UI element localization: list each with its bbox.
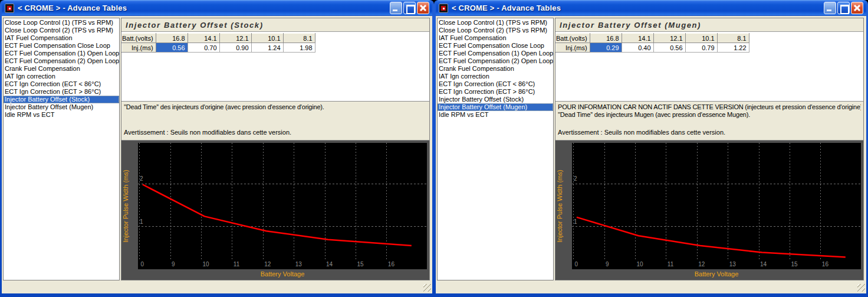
maximize-button[interactable] (403, 2, 416, 14)
minimize-button[interactable] (824, 2, 836, 14)
sidebar-item[interactable]: ECT Fuel Compensation (1) Open Loop (4, 50, 119, 57)
table-row: Batt.(volts)16.814.112.110.18.1 (122, 34, 315, 43)
sidebar-item[interactable]: ECT Fuel Compensation (2) Open Loop (4, 57, 119, 65)
x-tick-label: 0 (575, 261, 578, 267)
sidebar-item[interactable]: Close Loop Control (1) (TPS vs RPM) (438, 19, 553, 27)
x-axis-label: Battery Voltage (261, 270, 305, 278)
panel: Injector Battery Offset (Stock) Batt.(vo… (121, 18, 430, 280)
sidebar-item[interactable]: ECT Fuel Compensation (2) Open Loop (438, 57, 553, 65)
inj-cell[interactable]: 0.29 (590, 43, 622, 53)
minimize-button[interactable] (390, 2, 402, 14)
sidebar-item[interactable]: ECT Fuel Compensation Close Loop (4, 42, 119, 50)
x-axis-label: Battery Voltage (695, 270, 739, 278)
sidebar-item[interactable]: IAT Ign correction (438, 73, 553, 80)
sidebar-item[interactable]: Injector Battery Offset (Stock) (438, 96, 553, 103)
sidebar-item[interactable]: Close Loop Control (2) (TPS vs RPM) (4, 27, 119, 34)
x-tick-label: 9 (606, 261, 609, 267)
inj-cell[interactable]: 0.90 (219, 43, 251, 53)
statusbar (3, 283, 431, 292)
batt-cell: 14.1 (188, 34, 219, 43)
sidebar-listbox[interactable]: Close Loop Control (1) (TPS vs RPM)Close… (3, 18, 120, 280)
value-table: Batt.(volts)16.814.112.110.18.1Inj.(ms)0… (555, 33, 749, 53)
inj-cell[interactable]: 0.40 (622, 43, 653, 53)
maximize-button[interactable] (837, 2, 850, 14)
description-lines: POUR INFORMATION CAR NON ACTIF DANS CETT… (558, 103, 861, 119)
app-icon (5, 4, 14, 13)
x-tick-label: 9 (172, 261, 175, 267)
table-row-label: Inj.(ms) (122, 43, 156, 53)
inj-cell[interactable]: 1.98 (283, 43, 315, 53)
sidebar-item[interactable]: Crank Fuel Compensation (4, 65, 119, 73)
sidebar-item[interactable]: Injector Battery Offset (Mugen) (438, 103, 553, 111)
inj-cell[interactable]: 1.22 (717, 43, 749, 53)
sidebar-listbox[interactable]: Close Loop Control (1) (TPS vs RPM)Close… (437, 18, 554, 280)
sidebar-item[interactable]: Injector Battery Offset (Stock) (4, 96, 119, 103)
window-buttons (390, 2, 429, 14)
inj-cell[interactable]: 0.56 (156, 43, 188, 53)
window-title: < CROME > - Advance Tables (452, 4, 561, 12)
resize-grip-icon[interactable] (857, 284, 865, 292)
batt-cell: 12.1 (653, 34, 685, 43)
description-line: ''Dead Time'' des injecteurs Mugen (avec… (558, 111, 861, 119)
x-tick-label: 0 (141, 261, 144, 267)
titlebar[interactable]: < CROME > - Advance Tables (436, 0, 866, 16)
chart: 091011121314151612Battery VoltageInjecto… (121, 141, 429, 280)
sidebar-item[interactable]: ECT Ign Correction (ECT < 86°C) (438, 80, 553, 88)
titlebar[interactable]: < CROME > - Advance Tables (2, 0, 432, 16)
window-right: < CROME > - Advance Tables Close Loop Co… (434, 0, 868, 297)
table-row: Inj.(ms)0.560.700.901.241.98 (122, 43, 315, 53)
sidebar-item[interactable]: ECT Ign Correction (ECT < 86°C) (4, 80, 119, 88)
x-tick-label: 15 (791, 261, 798, 267)
sidebar-item[interactable]: ECT Fuel Compensation (1) Open Loop (438, 50, 553, 57)
batt-cell: 8.1 (283, 34, 315, 43)
description-lines: ''Dead Time'' des injecteurs d'origine (… (124, 103, 427, 111)
description-box: ''Dead Time'' des injecteurs d'origine (… (121, 101, 429, 141)
table-row-label: Batt.(volts) (122, 34, 156, 43)
panel: Injector Battery Offset (Mugen) Batt.(vo… (555, 18, 864, 280)
client-area: Close Loop Control (1) (TPS vs RPM)Close… (436, 16, 866, 293)
close-button[interactable] (417, 2, 429, 14)
client-area: Close Loop Control (1) (TPS vs RPM)Close… (2, 16, 432, 293)
x-tick-label: 14 (326, 261, 333, 267)
sidebar-item[interactable]: IAT Fuel Compensation (4, 34, 119, 42)
x-tick-label: 12 (698, 261, 705, 267)
sidebar-item[interactable]: Idle RPM vs ECT (438, 111, 553, 119)
inj-cell[interactable]: 0.70 (188, 43, 219, 53)
window-buttons (824, 2, 863, 14)
warning-text: Avertissement : Seuils non modifiables d… (558, 129, 725, 136)
close-button[interactable] (851, 2, 863, 14)
sidebar-item[interactable]: ECT Ign Correction (ECT > 86°C) (4, 88, 119, 96)
x-tick-label: 15 (357, 261, 364, 267)
sidebar-item[interactable]: IAT Ign correction (4, 73, 119, 80)
sidebar-item[interactable]: ECT Ign Correction (ECT > 86°C) (438, 88, 553, 96)
sidebar-item[interactable]: ECT Fuel Compensation Close Loop (438, 42, 553, 50)
sidebar-item[interactable]: Idle RPM vs ECT (4, 111, 119, 119)
resize-grip-icon[interactable] (423, 284, 431, 292)
warning-text: Avertissement : Seuils non modifiables d… (124, 129, 291, 136)
sidebar-item[interactable]: IAT Fuel Compensation (438, 34, 553, 42)
batt-cell: 14.1 (622, 34, 653, 43)
window-title: < CROME > - Advance Tables (18, 4, 127, 12)
x-tick-label: 10 (202, 261, 209, 267)
y-tick-label: 2 (140, 175, 143, 182)
sidebar-item[interactable]: Close Loop Control (1) (TPS vs RPM) (4, 19, 119, 27)
x-tick-label: 16 (822, 261, 829, 267)
inj-cell[interactable]: 0.79 (685, 43, 717, 53)
window-left: < CROME > - Advance Tables Close Loop Co… (0, 0, 434, 297)
chart: 091011121314151612Battery VoltageInjecto… (555, 141, 863, 280)
sidebar-item[interactable]: Injector Battery Offset (Mugen) (4, 103, 119, 111)
description-line: POUR INFORMATION CAR NON ACTIF DANS CETT… (558, 103, 861, 111)
sidebar-item[interactable]: Crank Fuel Compensation (438, 65, 553, 73)
plot-area (138, 143, 427, 269)
inj-cell[interactable]: 0.56 (653, 43, 685, 53)
y-tick-label: 2 (574, 175, 577, 182)
y-axis-label: Injector Pulse Width (ms) (556, 170, 563, 243)
table-row: Inj.(ms)0.290.400.560.791.22 (556, 43, 749, 53)
inj-cell[interactable]: 1.24 (251, 43, 283, 53)
panel-title: Injector Battery Offset (Stock) (121, 21, 264, 30)
chart-svg: 091011121314151612Battery VoltageInjecto… (121, 141, 429, 280)
sidebar-item[interactable]: Close Loop Control (2) (TPS vs RPM) (438, 27, 553, 34)
batt-cell: 16.8 (590, 34, 622, 43)
y-tick-label: 1 (140, 218, 143, 225)
panel-header: Injector Battery Offset (Stock) (121, 18, 429, 32)
